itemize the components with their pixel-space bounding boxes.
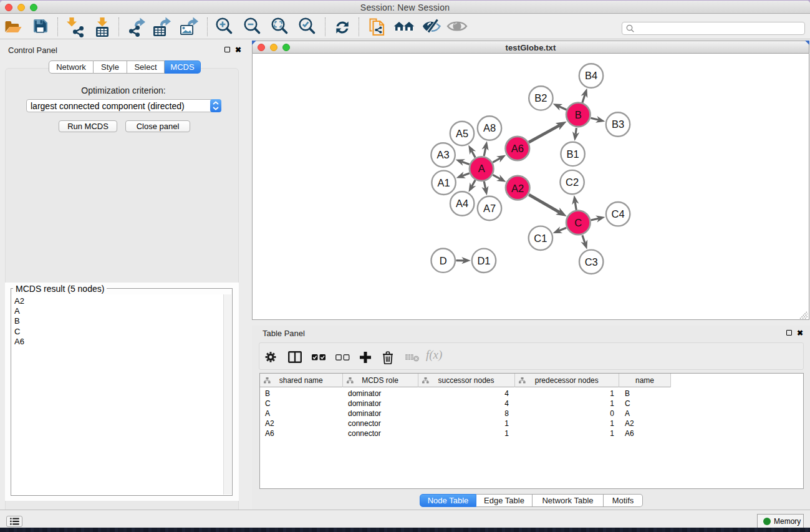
svg-text:A2: A2 (511, 183, 524, 194)
svg-text:D1: D1 (477, 255, 490, 266)
svg-text:C3: C3 (585, 256, 598, 268)
svg-text:C4: C4 (612, 208, 625, 220)
svg-text:C: C (574, 217, 582, 228)
svg-text:A7: A7 (483, 203, 496, 214)
svg-text:B4: B4 (585, 70, 597, 81)
svg-text:A5: A5 (456, 128, 468, 139)
svg-text:A3: A3 (437, 149, 450, 160)
svg-text:A: A (478, 163, 485, 174)
svg-text:A6: A6 (511, 143, 524, 154)
svg-text:A1: A1 (438, 177, 450, 188)
svg-text:B3: B3 (612, 118, 624, 130)
svg-text:B2: B2 (534, 92, 547, 104)
svg-text:A4: A4 (456, 198, 468, 209)
svg-text:B1: B1 (567, 148, 579, 160)
svg-text:C2: C2 (566, 177, 579, 188)
svg-text:C1: C1 (534, 233, 547, 244)
svg-text:B: B (575, 109, 582, 120)
svg-text:D: D (440, 255, 447, 266)
svg-text:A8: A8 (483, 122, 496, 133)
